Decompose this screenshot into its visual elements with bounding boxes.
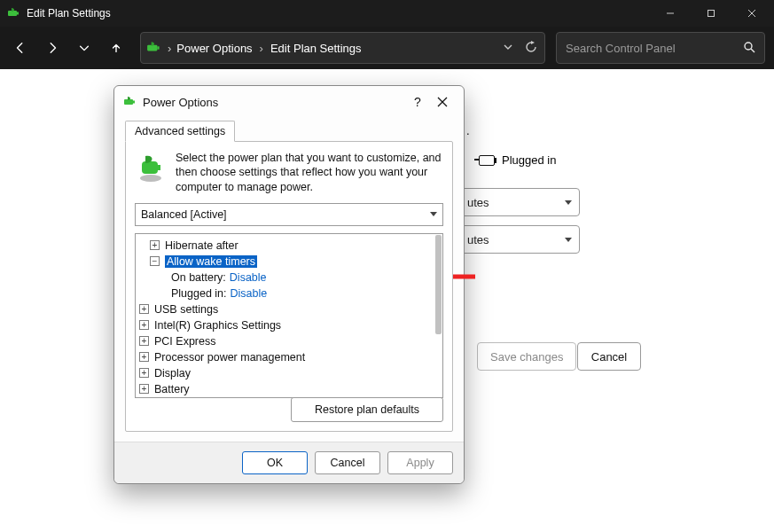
power-plan-large-icon [135,153,167,184]
tree-node-allow-wake-timers[interactable]: −Allow wake timers [139,254,435,270]
back-button[interactable] [5,32,35,64]
power-plan-icon [7,6,21,20]
display-timeout-plugged-dropdown[interactable]: utes [459,188,580,216]
power-options-dialog: Power Options ? Advanced settings Select… [113,85,465,484]
window-titlebar: Edit Plan Settings [0,0,774,27]
sleep-timeout-plugged-dropdown[interactable]: utes [459,225,580,254]
expand-icon[interactable]: + [139,320,149,330]
collapse-icon[interactable]: − [150,256,160,266]
restore-defaults-button[interactable]: Restore plan defaults [291,397,443,422]
breadcrumb-power-options[interactable]: Power Options [176,42,252,55]
chevron-down-icon [430,212,437,216]
forward-button[interactable] [37,32,67,64]
expand-icon[interactable]: + [150,240,160,250]
expand-icon[interactable]: + [139,336,149,346]
search-icon [743,41,755,56]
tree-node-processor-power[interactable]: +Processor power management [139,349,435,365]
tree-scrollbar[interactable] [434,235,442,396]
search-placeholder: Search Control Panel [566,42,743,55]
maximize-button[interactable] [691,0,731,27]
tree-node-wake-plugged-in[interactable]: Plugged in:Disable [139,286,435,301]
apply-button[interactable]: Apply [387,451,453,474]
wake-plugged-in-value: Disable [231,287,268,300]
bg-truncated-text: . [466,124,470,137]
chevron-down-icon [565,238,572,242]
expand-icon[interactable]: + [139,304,149,314]
chevron-right-icon: › [260,42,263,55]
svg-rect-7 [133,101,135,104]
svg-rect-10 [158,165,160,170]
tree-node-wake-on-battery[interactable]: On battery:Disable [139,270,435,286]
tree-node-display[interactable]: +Display [139,365,435,381]
dialog-footer: OK Cancel Apply [114,442,464,483]
cancel-button-bg[interactable]: Cancel [577,342,641,371]
minimize-button[interactable] [650,0,691,27]
expand-icon[interactable]: + [139,352,149,362]
svg-rect-4 [157,46,159,49]
power-plan-combo[interactable]: Balanced [Active] [135,203,443,226]
expand-icon[interactable]: + [139,368,149,378]
search-input[interactable]: Search Control Panel [556,32,765,64]
chevron-right-icon: › [168,42,171,55]
close-button[interactable] [731,0,772,27]
expand-icon[interactable]: + [139,384,149,394]
column-plugged-in: Plugged in [479,153,556,167]
address-dropdown-button[interactable] [502,41,514,56]
tab-advanced-settings[interactable]: Advanced settings [125,121,235,142]
nav-toolbar: › Power Options › Edit Plan Settings Sea… [0,27,774,69]
svg-point-8 [140,175,161,182]
help-button[interactable]: ? [405,91,430,113]
tree-node-usb-settings[interactable]: +USB settings [139,301,435,317]
scrollbar-thumb[interactable] [435,235,442,334]
svg-rect-1 [17,12,19,15]
window-title: Edit Plan Settings [27,7,650,20]
svg-point-5 [745,43,752,50]
dialog-close-button[interactable] [430,91,455,113]
tree-node-hibernate-after[interactable]: +Hibernate after [139,238,435,254]
up-button[interactable] [101,32,131,64]
power-plan-icon [123,95,137,109]
address-bar[interactable]: › Power Options › Edit Plan Settings [140,32,545,64]
cancel-button[interactable]: Cancel [315,451,380,474]
dialog-titlebar[interactable]: Power Options ? [114,86,464,118]
breadcrumb-edit-plan[interactable]: Edit Plan Settings [270,42,362,55]
dialog-title: Power Options [143,96,405,109]
settings-tree: +Hibernate after −Allow wake timers On b… [135,233,443,398]
chevron-down-icon [565,200,572,205]
ok-button[interactable]: OK [242,451,308,474]
wake-on-battery-value: Disable [230,271,267,284]
tree-node-battery[interactable]: +Battery [139,381,435,397]
dialog-intro-text: Select the power plan that you want to c… [176,151,443,194]
power-plan-icon [146,40,162,56]
tree-node-pci-express[interactable]: +PCI Express [139,333,435,349]
combo-selected-value: Balanced [Active] [141,208,227,221]
svg-rect-9 [142,161,158,174]
plug-icon [479,155,495,166]
recent-locations-button[interactable] [69,32,99,64]
save-changes-button[interactable]: Save changes [477,342,576,371]
refresh-button[interactable] [525,41,537,56]
svg-rect-2 [708,11,715,17]
tree-node-intel-graphics[interactable]: +Intel(R) Graphics Settings [139,317,435,333]
